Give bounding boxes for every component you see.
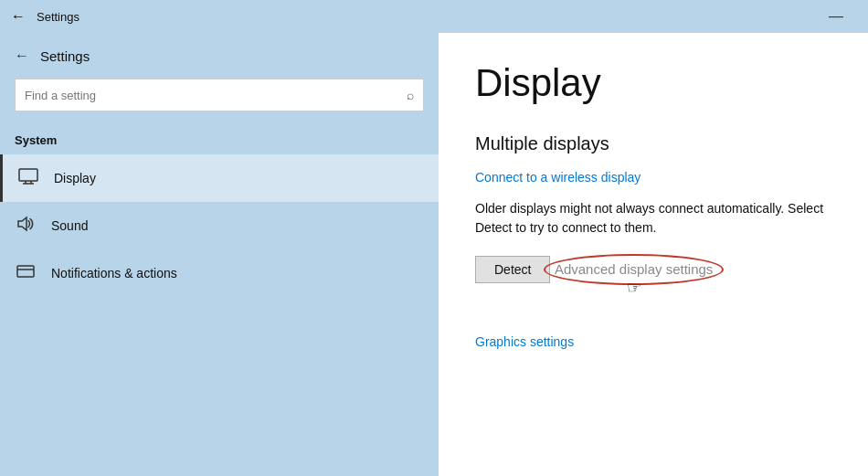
- content-area: Display Multiple displays Connect to a w…: [439, 33, 868, 476]
- sidebar-item-display[interactable]: Display: [0, 154, 439, 202]
- graphics-settings-link[interactable]: Graphics settings: [475, 334, 831, 349]
- description-text: Older displays might not always connect …: [475, 199, 831, 238]
- sidebar-item-display-label: Display: [54, 171, 96, 185]
- app-title: Settings: [37, 10, 79, 24]
- search-icon: ⌕: [407, 88, 414, 102]
- back-button[interactable]: ←: [15, 48, 29, 64]
- sound-icon: [15, 216, 37, 237]
- svg-rect-0: [19, 169, 37, 181]
- multiple-displays-heading: Multiple displays: [475, 133, 831, 154]
- svg-rect-5: [17, 266, 34, 277]
- cursor-hand-icon: ☞: [627, 278, 641, 298]
- page-title: Display: [475, 62, 831, 104]
- sidebar-title: Settings: [40, 48, 90, 64]
- system-section-label: System: [0, 126, 439, 154]
- advanced-display-settings-link[interactable]: Advanced display settings: [555, 261, 713, 277]
- search-input[interactable]: [25, 89, 407, 102]
- sidebar-item-sound-label: Sound: [51, 218, 88, 233]
- advanced-settings-wrapper: Advanced display settings ☞: [555, 261, 713, 278]
- connect-wireless-link[interactable]: Connect to a wireless display: [475, 170, 640, 185]
- notifications-icon: [15, 263, 37, 284]
- sidebar-item-notifications-label: Notifications & actions: [51, 266, 177, 280]
- svg-marker-4: [18, 217, 26, 230]
- main-container: ← Settings ⌕ System Display: [0, 33, 868, 476]
- sidebar-item-sound[interactable]: Sound: [0, 202, 439, 249]
- back-icon[interactable]: ←: [11, 8, 26, 25]
- search-box[interactable]: ⌕: [15, 79, 424, 111]
- titlebar-left: ← Settings: [11, 8, 79, 25]
- sidebar-header: ← Settings: [0, 40, 439, 79]
- titlebar: ← Settings —: [0, 0, 868, 33]
- detect-button[interactable]: Detect: [475, 256, 550, 283]
- sidebar: ← Settings ⌕ System Display: [0, 33, 439, 476]
- display-icon: [17, 168, 39, 189]
- titlebar-controls: —: [815, 0, 857, 33]
- sidebar-item-notifications[interactable]: Notifications & actions: [0, 249, 439, 297]
- minimize-button[interactable]: —: [815, 0, 857, 33]
